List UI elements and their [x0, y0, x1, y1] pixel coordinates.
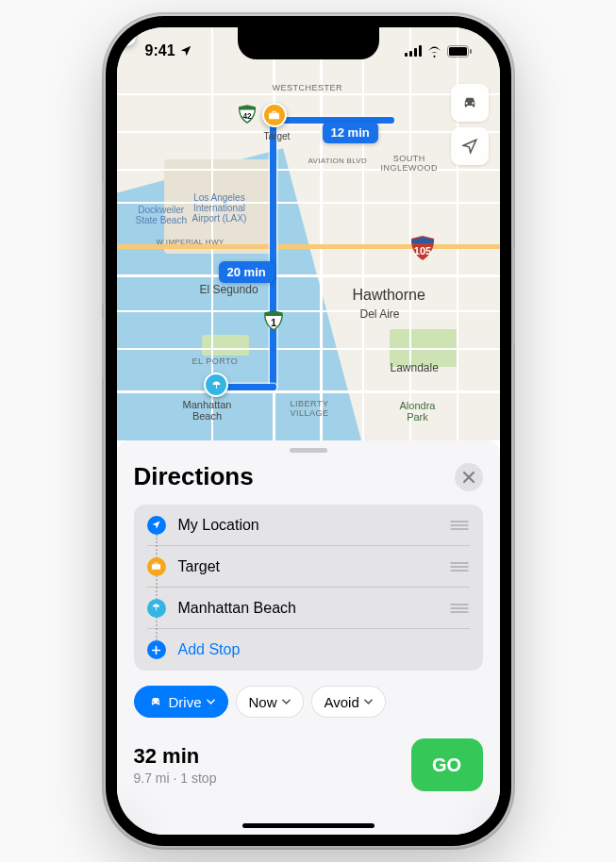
transport-mode-button[interactable] [451, 84, 489, 122]
go-button[interactable]: GO [411, 738, 483, 791]
map-label: Hawthorne [353, 287, 425, 304]
map-label: Target [264, 131, 291, 141]
go-label: GO [432, 754, 461, 776]
chevron-down-icon [282, 699, 291, 705]
map[interactable]: 12 min 20 min WESTCHESTER Target SOUTH I… [117, 27, 500, 440]
svg-text:105: 105 [413, 245, 430, 257]
stop-manhattan-beach[interactable]: Manhattan Beach [147, 588, 470, 629]
drive-mode-chip[interactable]: Drive [134, 686, 228, 718]
svg-rect-5 [449, 47, 467, 56]
battery-icon [447, 45, 472, 58]
stop-label: Manhattan Beach [178, 600, 449, 617]
interstate-105-shield: 105 [409, 235, 436, 261]
status-time: 9:41 [145, 42, 175, 59]
add-stop-button[interactable]: Add Stop [147, 629, 470, 671]
route-time-label[interactable]: 20 min [219, 261, 275, 283]
home-indicator[interactable] [242, 823, 375, 828]
map-label-road: W IMPERIAL HWY [157, 239, 225, 247]
chevron-down-icon [364, 699, 373, 705]
chip-label: Now [249, 694, 277, 710]
stop-connector-line [156, 535, 158, 640]
power-button [511, 247, 515, 346]
stop-my-location[interactable]: My Location [147, 505, 470, 546]
silent-switch [102, 181, 106, 214]
svg-rect-3 [419, 45, 422, 57]
time-chip[interactable]: Now [236, 686, 304, 718]
map-label: WESTCHESTER [273, 84, 343, 93]
eta-time: 32 min [134, 744, 217, 769]
map-label-dockweiler: Dockweiler State Beach [136, 205, 187, 225]
volume-down-button [102, 318, 106, 379]
map-label-park: Alondra Park [400, 400, 436, 423]
chip-label: Avoid [325, 694, 359, 710]
svg-text:42: 42 [242, 112, 252, 121]
drag-handle-icon[interactable] [449, 561, 470, 572]
stops-list: My Location Target [134, 505, 483, 671]
notch [238, 27, 379, 59]
state-route-1-shield: 1 [263, 310, 284, 331]
car-icon [147, 695, 164, 708]
map-label: LIBERTY VILLAGE [291, 400, 329, 419]
close-button[interactable] [455, 463, 483, 491]
chevron-down-icon [207, 699, 215, 705]
drag-handle-icon[interactable] [449, 603, 470, 614]
map-label: Manhattan Beach [183, 399, 232, 422]
stop-label: Target [178, 558, 449, 575]
svg-text:1: 1 [270, 317, 275, 328]
svg-rect-6 [470, 49, 472, 54]
volume-up-button [102, 242, 106, 304]
cellular-icon [405, 45, 422, 57]
mode-row: Drive Now Avoid [134, 686, 483, 718]
briefcase-icon [151, 561, 161, 572]
eta-detail: 9.7 mi · 1 stop [134, 771, 217, 786]
svg-rect-0 [405, 53, 408, 57]
screen: 9:41 [117, 27, 500, 835]
umbrella-icon [151, 603, 161, 613]
route-time-label[interactable]: 12 min [323, 122, 378, 143]
add-stop-label: Add Stop [178, 641, 470, 658]
plus-icon [151, 645, 161, 655]
map-label: Lawndale [391, 362, 439, 374]
sheet-title: Directions [134, 462, 254, 491]
sheet-footer: 32 min 9.7 mi · 1 stop GO [134, 738, 483, 823]
location-services-icon [179, 44, 192, 58]
drag-handle-icon[interactable] [449, 520, 470, 531]
map-label: SOUTH INGLEWOOD [381, 155, 439, 174]
svg-rect-1 [409, 51, 412, 57]
beach-pin[interactable] [204, 373, 228, 397]
map-label: El Segundo [200, 284, 258, 296]
map-label: EL PORTO [192, 357, 239, 367]
close-icon [462, 471, 475, 484]
stop-target[interactable]: Target [147, 546, 470, 588]
locate-me-button[interactable] [451, 127, 489, 165]
phone-frame: 9:41 [106, 16, 511, 846]
target-pin[interactable] [262, 103, 287, 127]
location-arrow-icon [151, 520, 161, 530]
map-label-lax: Los Angeles International Airport (LAX) [192, 192, 247, 224]
sheet-grabber[interactable] [290, 448, 327, 453]
state-route-42-shield: 42 [238, 105, 257, 127]
directions-sheet[interactable]: Directions My Location [117, 440, 500, 835]
svg-rect-2 [414, 48, 417, 57]
avoid-chip[interactable]: Avoid [311, 686, 386, 718]
stop-label: My Location [178, 517, 449, 534]
route-segment [270, 117, 276, 390]
chip-label: Drive [169, 694, 202, 710]
wifi-icon [426, 45, 442, 58]
map-label: Del Aire [360, 308, 400, 321]
map-label-road: AVIATION BLVD [308, 157, 368, 166]
